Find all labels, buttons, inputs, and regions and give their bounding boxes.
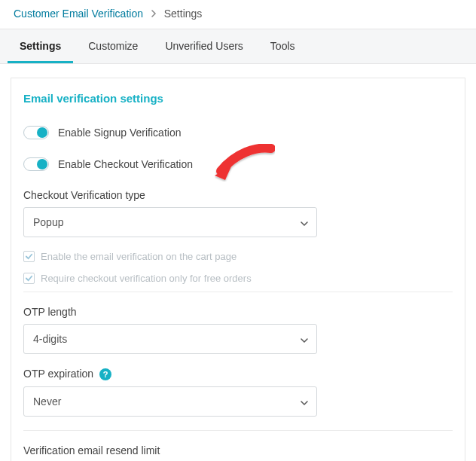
toggle-signup-label: Enable Signup Verification [58,127,181,139]
toggle-row-checkout: Enable Checkout Verification [23,157,453,171]
otp-length-label: OTP length [23,306,453,318]
otp-expiration-select[interactable]: Never [23,386,317,417]
toggle-row-signup: Enable Signup Verification [23,126,453,139]
breadcrumb-separator [151,8,160,20]
tab-bar: Settings Customize Unverified Users Tool… [0,29,476,64]
checkbox-free-orders-label: Require checkout verification only for f… [41,273,252,284]
divider [23,292,453,292]
otp-length-select[interactable]: 4-digits [23,324,317,354]
tab-tools[interactable]: Tools [258,29,307,63]
annotation-arrow-icon [215,144,275,182]
chevron-down-icon [300,398,307,405]
tab-settings[interactable]: Settings [8,29,73,63]
field-otp-length: OTP length 4-digits [23,306,453,354]
checkbox-cart-page-label: Enable the email verification on the car… [41,251,236,262]
checkbox-cart-page: Enable the email verification on the car… [23,251,453,262]
tab-unverified-users[interactable]: Unverified Users [153,29,255,63]
otp-expiration-label: OTP expiration ? [23,368,453,380]
help-icon[interactable]: ? [99,368,111,380]
tab-customize[interactable]: Customize [76,29,150,63]
checkout-type-value: Popup [33,216,63,228]
resend-limit-label: Verification email resend limit [23,444,453,456]
otp-expiration-value: Never [33,395,61,408]
checkout-type-label: Checkout Verification type [23,189,453,201]
svg-marker-0 [215,166,231,180]
check-icon [25,252,33,261]
checkbox-free-orders-box[interactable] [23,273,35,284]
field-resend-limit: Verification email resend limit Allow 3 … [23,444,453,461]
breadcrumb: Customer Email Verification Settings [0,0,476,29]
check-icon [25,274,33,282]
field-checkout-type: Checkout Verification type Popup [23,189,453,237]
checkbox-cart-page-box[interactable] [23,251,35,262]
breadcrumb-root[interactable]: Customer Email Verification [14,8,143,20]
otp-length-value: 4-digits [33,333,67,345]
breadcrumb-current: Settings [164,8,203,20]
chevron-right-icon [151,10,157,17]
otp-expiration-label-text: OTP expiration [23,368,93,380]
checkout-type-select[interactable]: Popup [23,207,317,237]
divider [23,430,453,431]
toggle-checkout-verification[interactable] [23,157,49,171]
settings-panel: Email verification settings Enable Signu… [11,78,465,461]
section-title: Email verification settings [23,92,453,105]
chevron-down-icon [300,218,307,226]
toggle-signup-verification[interactable] [23,126,49,139]
checkbox-free-orders: Require checkout verification only for f… [23,273,453,284]
toggle-checkout-label: Enable Checkout Verification [58,158,193,170]
chevron-down-icon [300,335,307,343]
field-otp-expiration: OTP expiration ? Never [23,368,453,417]
